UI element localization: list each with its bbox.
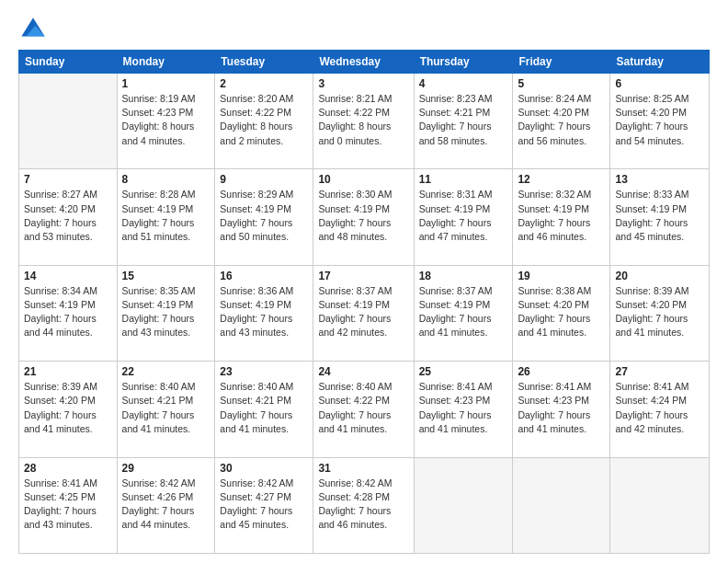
day-number: 24 [318, 365, 408, 378]
day-info: Sunrise: 8:42 AMSunset: 4:28 PMDaylight:… [318, 477, 408, 533]
day-cell: 9Sunrise: 8:29 AMSunset: 4:19 PMDaylight… [215, 169, 313, 265]
weekday-header-sunday: Sunday [19, 51, 118, 74]
day-info: Sunrise: 8:31 AMSunset: 4:19 PMDaylight:… [419, 188, 508, 244]
day-number: 23 [220, 365, 308, 378]
day-info: Sunrise: 8:39 AMSunset: 4:20 PMDaylight:… [615, 284, 704, 340]
day-cell: 15Sunrise: 8:35 AMSunset: 4:19 PMDayligh… [117, 265, 215, 361]
day-number: 31 [318, 462, 408, 475]
day-number: 19 [518, 270, 605, 282]
day-number: 25 [419, 365, 508, 378]
day-number: 9 [220, 173, 308, 186]
day-info: Sunrise: 8:42 AMSunset: 4:27 PMDaylight:… [220, 477, 308, 533]
week-row-4: 21Sunrise: 8:39 AMSunset: 4:20 PMDayligh… [19, 362, 710, 457]
day-info: Sunrise: 8:39 AMSunset: 4:20 PMDaylight:… [24, 380, 112, 436]
day-info: Sunrise: 8:25 AMSunset: 4:20 PMDaylight:… [615, 92, 704, 148]
weekday-header-monday: Monday [117, 51, 215, 74]
week-row-5: 28Sunrise: 8:41 AMSunset: 4:25 PMDayligh… [19, 457, 710, 553]
day-info: Sunrise: 8:41 AMSunset: 4:23 PMDaylight:… [419, 380, 508, 436]
day-cell [513, 457, 610, 553]
day-info: Sunrise: 8:41 AMSunset: 4:24 PMDaylight:… [615, 380, 704, 436]
day-number: 2 [220, 77, 308, 90]
day-cell: 5Sunrise: 8:24 AMSunset: 4:20 PMDaylight… [513, 74, 610, 169]
day-number: 7 [24, 173, 112, 186]
day-info: Sunrise: 8:21 AMSunset: 4:22 PMDaylight:… [318, 92, 408, 148]
day-info: Sunrise: 8:40 AMSunset: 4:21 PMDaylight:… [220, 380, 308, 436]
day-cell: 23Sunrise: 8:40 AMSunset: 4:21 PMDayligh… [215, 362, 313, 457]
day-cell: 31Sunrise: 8:42 AMSunset: 4:28 PMDayligh… [313, 457, 414, 553]
day-info: Sunrise: 8:23 AMSunset: 4:21 PMDaylight:… [419, 92, 508, 148]
day-number: 26 [518, 365, 605, 378]
day-cell: 2Sunrise: 8:20 AMSunset: 4:22 PMDaylight… [215, 74, 313, 169]
day-info: Sunrise: 8:33 AMSunset: 4:19 PMDaylight:… [615, 188, 704, 244]
day-cell [610, 457, 710, 553]
day-cell: 28Sunrise: 8:41 AMSunset: 4:25 PMDayligh… [19, 457, 118, 553]
day-number: 13 [615, 173, 704, 186]
day-number: 6 [615, 77, 704, 90]
day-info: Sunrise: 8:37 AMSunset: 4:19 PMDaylight:… [419, 284, 508, 340]
day-info: Sunrise: 8:40 AMSunset: 4:21 PMDaylight:… [122, 380, 210, 436]
day-cell: 26Sunrise: 8:41 AMSunset: 4:23 PMDayligh… [513, 362, 610, 457]
day-info: Sunrise: 8:32 AMSunset: 4:19 PMDaylight:… [518, 188, 605, 244]
day-number: 1 [122, 77, 210, 90]
logo-icon [18, 15, 48, 44]
day-info: Sunrise: 8:41 AMSunset: 4:25 PMDaylight:… [24, 477, 112, 533]
day-cell: 30Sunrise: 8:42 AMSunset: 4:27 PMDayligh… [215, 457, 313, 553]
day-number: 27 [615, 365, 704, 378]
day-cell: 13Sunrise: 8:33 AMSunset: 4:19 PMDayligh… [610, 169, 710, 265]
day-cell: 22Sunrise: 8:40 AMSunset: 4:21 PMDayligh… [117, 362, 215, 457]
header [18, 15, 710, 44]
day-info: Sunrise: 8:24 AMSunset: 4:20 PMDaylight:… [518, 92, 605, 148]
day-cell: 21Sunrise: 8:39 AMSunset: 4:20 PMDayligh… [19, 362, 118, 457]
day-cell: 29Sunrise: 8:42 AMSunset: 4:26 PMDayligh… [117, 457, 215, 553]
day-cell: 27Sunrise: 8:41 AMSunset: 4:24 PMDayligh… [610, 362, 710, 457]
day-cell: 25Sunrise: 8:41 AMSunset: 4:23 PMDayligh… [414, 362, 513, 457]
day-cell: 17Sunrise: 8:37 AMSunset: 4:19 PMDayligh… [313, 265, 414, 361]
weekday-header-saturday: Saturday [610, 51, 710, 74]
day-number: 20 [615, 270, 704, 282]
calendar-table: SundayMondayTuesdayWednesdayThursdayFrid… [18, 50, 710, 554]
day-info: Sunrise: 8:28 AMSunset: 4:19 PMDaylight:… [122, 188, 210, 244]
day-info: Sunrise: 8:27 AMSunset: 4:20 PMDaylight:… [24, 188, 112, 244]
day-cell: 18Sunrise: 8:37 AMSunset: 4:19 PMDayligh… [414, 265, 513, 361]
day-info: Sunrise: 8:38 AMSunset: 4:20 PMDaylight:… [518, 284, 605, 340]
day-number: 8 [122, 173, 210, 186]
day-info: Sunrise: 8:30 AMSunset: 4:19 PMDaylight:… [318, 188, 408, 244]
weekday-header-friday: Friday [513, 51, 610, 74]
weekday-header-row: SundayMondayTuesdayWednesdayThursdayFrid… [19, 51, 710, 74]
day-cell [19, 74, 118, 169]
page: SundayMondayTuesdayWednesdayThursdayFrid… [0, 0, 728, 563]
weekday-header-wednesday: Wednesday [313, 51, 414, 74]
day-number: 16 [220, 270, 308, 282]
week-row-3: 14Sunrise: 8:34 AMSunset: 4:19 PMDayligh… [19, 265, 710, 361]
day-cell: 1Sunrise: 8:19 AMSunset: 4:23 PMDaylight… [117, 74, 215, 169]
day-number: 3 [318, 77, 408, 90]
day-cell: 16Sunrise: 8:36 AMSunset: 4:19 PMDayligh… [215, 265, 313, 361]
day-number: 28 [24, 462, 112, 475]
day-info: Sunrise: 8:42 AMSunset: 4:26 PMDaylight:… [122, 477, 210, 533]
day-info: Sunrise: 8:34 AMSunset: 4:19 PMDaylight:… [24, 284, 112, 340]
day-number: 14 [24, 270, 112, 282]
day-number: 18 [419, 270, 508, 282]
week-row-2: 7Sunrise: 8:27 AMSunset: 4:20 PMDaylight… [19, 169, 710, 265]
day-cell: 24Sunrise: 8:40 AMSunset: 4:22 PMDayligh… [313, 362, 414, 457]
day-info: Sunrise: 8:29 AMSunset: 4:19 PMDaylight:… [220, 188, 308, 244]
weekday-header-tuesday: Tuesday [215, 51, 313, 74]
day-number: 5 [518, 77, 605, 90]
day-number: 21 [24, 365, 112, 378]
day-number: 15 [122, 270, 210, 282]
day-cell: 10Sunrise: 8:30 AMSunset: 4:19 PMDayligh… [313, 169, 414, 265]
day-number: 22 [122, 365, 210, 378]
day-number: 4 [419, 77, 508, 90]
weekday-header-thursday: Thursday [414, 51, 513, 74]
day-cell: 14Sunrise: 8:34 AMSunset: 4:19 PMDayligh… [19, 265, 118, 361]
week-row-1: 1Sunrise: 8:19 AMSunset: 4:23 PMDaylight… [19, 74, 710, 169]
day-info: Sunrise: 8:37 AMSunset: 4:19 PMDaylight:… [318, 284, 408, 340]
day-info: Sunrise: 8:41 AMSunset: 4:23 PMDaylight:… [518, 380, 605, 436]
day-cell: 4Sunrise: 8:23 AMSunset: 4:21 PMDaylight… [414, 74, 513, 169]
day-number: 30 [220, 462, 308, 475]
day-info: Sunrise: 8:19 AMSunset: 4:23 PMDaylight:… [122, 92, 210, 148]
day-cell [414, 457, 513, 553]
day-cell: 7Sunrise: 8:27 AMSunset: 4:20 PMDaylight… [19, 169, 118, 265]
day-info: Sunrise: 8:35 AMSunset: 4:19 PMDaylight:… [122, 284, 210, 340]
day-number: 17 [318, 270, 408, 282]
